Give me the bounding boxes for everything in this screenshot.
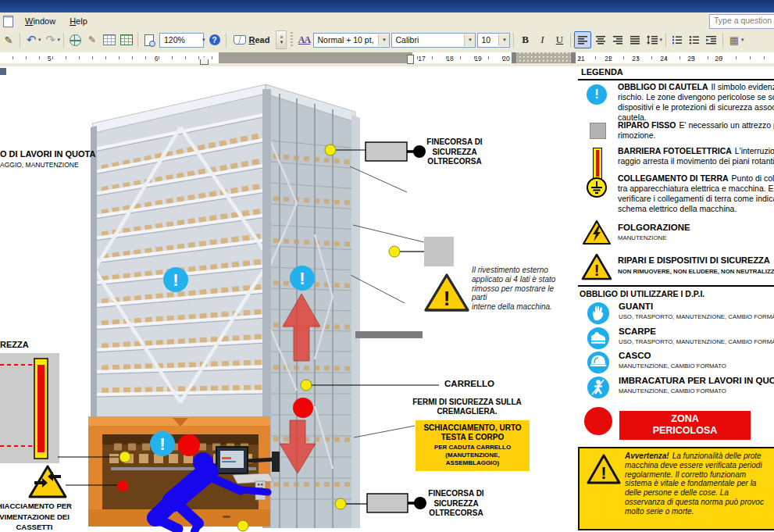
- font-value: Calibri: [395, 35, 419, 45]
- preview-page-icon: [144, 34, 154, 46]
- help-button[interactable]: ?: [207, 32, 223, 48]
- line-spacing-icon: [647, 35, 658, 45]
- legend-photocell-title: BARRIERA FOTOELETTRICA: [618, 146, 732, 155]
- align-left-icon: [578, 35, 588, 45]
- thin-leader-lines: [350, 166, 424, 437]
- ruler-number: 25: [687, 55, 694, 62]
- menu-window[interactable]: Window: [18, 14, 62, 28]
- pencil-icon: ✎: [88, 34, 96, 45]
- legend-helmet-sub: MANUTENZIONE, CAMBIO FORMATO: [619, 362, 774, 370]
- format-painter-button[interactable]: ✎: [1, 32, 16, 48]
- fixed-guard-icon: [590, 123, 606, 139]
- book-icon: [234, 35, 246, 45]
- legend-guards-title: RIPARI E DISPOSITIVI DI SICUREZZA: [618, 255, 774, 265]
- toolbar-separator: [513, 33, 514, 48]
- warning-note-lead: Avvertenza!: [625, 452, 669, 460]
- read-mode-button[interactable]: Read: [229, 34, 275, 46]
- ruler-number: 23: [632, 55, 639, 62]
- ruler-number: 6: [155, 55, 159, 62]
- menu-help[interactable]: Help: [62, 14, 95, 28]
- work-at-height-label: O DI LAVORI IN QUOTA: [0, 149, 95, 159]
- borders-dropdown-arrow[interactable]: ▾: [741, 37, 744, 43]
- ppe-header: OBBLIGO DI UTILIZZARE I D.P.I.: [580, 289, 704, 298]
- legend-earth-title: COLLEGAMENTO DI TERRA: [618, 173, 729, 183]
- insert-excel-button[interactable]: [119, 32, 134, 48]
- warning-note-body: La funzionalità delle prote macchina dev…: [625, 452, 764, 516]
- legend-gloves-sub: USO, TRASPORTO, MANUTENZIONE, CAMBIO FOR…: [619, 313, 774, 320]
- danger-zone-marker: [117, 480, 128, 491]
- fixed-guard-block: [424, 237, 454, 266]
- cover-note-warning-icon: !: [426, 275, 468, 310]
- font-size-value: 10: [481, 35, 490, 45]
- legend-divider: [578, 79, 774, 80]
- italic-button[interactable]: I: [534, 32, 550, 48]
- bulleted-list-button[interactable]: [687, 32, 702, 48]
- ruler-segment: [412, 52, 512, 63]
- danger-zone-marker: [178, 434, 200, 456]
- rack-stops-label: FERMI DI SICUREZZA SULLA CREMAGLIERA.: [409, 398, 525, 416]
- table-column-handle[interactable]: [512, 52, 576, 63]
- justify-button[interactable]: [627, 32, 643, 48]
- legend-harness-sub: MANUTENZIONE, CAMBIO FORMATO: [619, 387, 774, 395]
- legend-shoes-sub: USO, TRASPORTO, MANUTENZIONE, CAMBIO FOR…: [619, 338, 774, 345]
- align-right-button[interactable]: [610, 32, 626, 48]
- legend-caution-entry: OBBLIGO DI CAUTELAIl simbolo evidenzia r…: [618, 82, 774, 123]
- undo-dropdown-arrow[interactable]: ▾: [38, 37, 41, 43]
- align-center-button[interactable]: [593, 32, 608, 48]
- font-combobox[interactable]: Calibri ▾: [391, 33, 476, 48]
- borders-button[interactable]: ▦: [726, 32, 742, 48]
- increase-indent-button[interactable]: [704, 32, 719, 48]
- ruler-number: 24: [660, 55, 667, 62]
- bold-button[interactable]: B: [517, 32, 533, 48]
- legend-divider: [578, 285, 774, 287]
- warning-triangle-icon: !: [586, 453, 622, 486]
- redo-button[interactable]: ↷: [43, 32, 59, 48]
- font-dropdown-arrow[interactable]: ▾: [464, 34, 475, 46]
- tables-borders-button[interactable]: ✎: [84, 32, 100, 48]
- insert-hyperlink-button[interactable]: [67, 32, 83, 48]
- style-dropdown-arrow[interactable]: ▾: [378, 34, 389, 46]
- styles-formatting-button[interactable]: AA: [296, 32, 312, 48]
- style-combobox[interactable]: Normal + 10 pt, ▾: [313, 33, 390, 48]
- svg-text:!: !: [173, 270, 178, 290]
- insert-table-button[interactable]: [102, 32, 117, 48]
- legend-fixed-guard-entry: RIPARO FISSOE' necessario un attrezzo pe…: [618, 120, 774, 141]
- left-indent-marker[interactable]: [407, 55, 414, 64]
- undo-button[interactable]: ↶: [23, 32, 39, 48]
- toolbar-separator: [226, 33, 226, 48]
- toolbar-options-handle[interactable]: » ▾: [276, 30, 287, 49]
- line-spacing-dropdown-arrow[interactable]: ▾: [659, 37, 662, 43]
- bulleted-list-icon: [689, 35, 700, 45]
- ruler-number: 20: [502, 55, 509, 62]
- zoom-dropdown-arrow[interactable]: ▾: [202, 37, 205, 43]
- line-spacing-button[interactable]: [644, 32, 660, 48]
- menu-bar: Window Help Type a question: [0, 12, 774, 30]
- size-dropdown-arrow[interactable]: ▾: [498, 34, 509, 46]
- zoom-combobox[interactable]: 120%: [159, 33, 204, 48]
- numbered-list-button[interactable]: [669, 32, 685, 48]
- horizontal-ruler[interactable]: 5 6 17 18 19 20 21 22 23 24 25 26: [0, 50, 774, 66]
- indent-icon: [706, 35, 717, 45]
- crush-hazard-box: SCHIACCIAMENTO, URTO TESTA E CORPO PER C…: [416, 420, 530, 471]
- danger-zone-box: ZONA PERICOLOSA: [619, 411, 751, 440]
- legend-photocell-entry: BARRIERA FOTOELETTRICAL'interruzione rag…: [618, 146, 774, 166]
- print-preview-button[interactable]: [141, 32, 157, 48]
- align-left-button[interactable]: [574, 31, 591, 48]
- underline-button[interactable]: U: [551, 32, 567, 48]
- toolbar-grip[interactable]: [291, 32, 293, 48]
- redo-dropdown-arrow[interactable]: ▾: [58, 37, 61, 43]
- standard-toolbar: ✎ ↶ ▾ ↷ ▾ ✎ 120% ▾ ? Read » ▾ AA Normal …: [0, 30, 774, 51]
- ruler-segment: [0, 52, 219, 63]
- crush-hazard-sub: PER CADUTA CARRELLO (MANUTENZIONE, ASSEM…: [416, 444, 530, 467]
- align-center-icon: [596, 35, 606, 45]
- gray-beam: [355, 331, 423, 338]
- photocell-barrier-panel: [0, 353, 59, 463]
- work-at-height-sublabel: AGGIO, MANUTENZIONE: [0, 161, 79, 169]
- document-icon: [3, 16, 13, 27]
- excel-grid-icon: [120, 34, 133, 45]
- cover-note-text: Il rivestimento esterno applicato ai 4 l…: [472, 266, 567, 312]
- legend-electrocution-title: FOLGORAZIONE: [618, 223, 774, 232]
- ask-question-box[interactable]: Type a question: [709, 14, 774, 29]
- toolbar-separator: [570, 33, 571, 48]
- font-size-combobox[interactable]: 10 ▾: [477, 33, 510, 48]
